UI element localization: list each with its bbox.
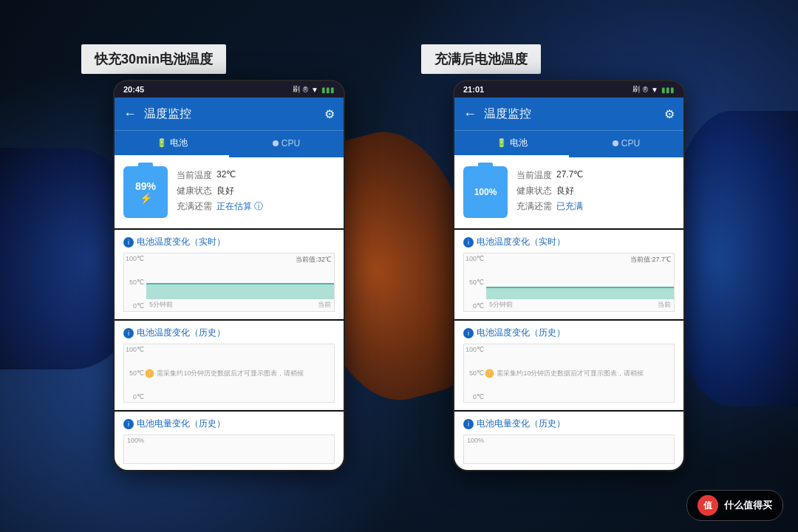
right-battery-info: 当前温度 27.7℃ 健康状态 良好 充满还需 已充满 xyxy=(516,169,675,216)
right-hist-y-0: 0℃ xyxy=(464,393,486,400)
left-tab-cpu[interactable]: CPU xyxy=(229,131,344,157)
left-remaining-label: 充满还需 xyxy=(177,200,212,213)
right-divider-1 xyxy=(454,227,683,228)
left-cpu-tab-dot xyxy=(273,140,279,146)
right-status-icons: 刷 ® ▼ ▮▮▮ xyxy=(632,84,675,95)
left-battery-bolt: ⚡ xyxy=(140,192,152,204)
right-tab-battery[interactable]: 🔋 电池 xyxy=(454,131,569,157)
left-hist-y-50: 50℃ xyxy=(124,369,146,377)
left-app-bar: ← 温度监控 ⚙ xyxy=(115,98,344,130)
left-electricity-icon: i xyxy=(123,419,134,429)
left-battery-temp-row: 当前温度 32℃ xyxy=(177,169,335,182)
left-history-chart-icon: i xyxy=(123,328,134,338)
left-battery-tab-label: 电池 xyxy=(170,137,188,149)
left-battery-health-row: 健康状态 良好 xyxy=(177,185,335,197)
right-back-button[interactable]: ← xyxy=(463,106,477,122)
right-health-label: 健康状态 xyxy=(516,185,552,197)
left-electricity-section: i 电池电量变化（历史） 100% xyxy=(115,412,344,470)
right-remaining-value: 已充满 xyxy=(556,200,583,213)
left-battery-remaining-row: 充满还需 正在估算 ⓘ xyxy=(177,200,335,213)
left-phone-frame: 20:45 刷 ® ▼ ▮▮▮ ← 温度监控 ⚙ 🔋 电池 xyxy=(115,81,344,470)
right-notice-icon: ! xyxy=(485,369,494,378)
right-gear-icon[interactable]: ⚙ xyxy=(664,107,675,121)
right-history-chart-icon: i xyxy=(463,328,474,338)
right-battery-visual: 100% xyxy=(463,166,508,218)
left-divider-2 xyxy=(115,318,344,319)
right-realtime-chart-label: 电池温度变化（实时） xyxy=(477,236,565,248)
right-electricity-icon: i xyxy=(463,419,474,429)
left-y-label-0: 0℃ xyxy=(124,302,146,310)
left-divider-1 xyxy=(115,227,344,228)
right-chart-data-area: 当前值:27.7℃ xyxy=(486,253,674,299)
right-chart-current-label: 当前值:27.7℃ xyxy=(630,255,671,265)
left-status-bar: 20:45 刷 ® ▼ ▮▮▮ xyxy=(115,81,344,98)
left-chart-bar xyxy=(146,283,334,299)
right-hist-y-100: 100℃ xyxy=(464,346,486,353)
right-chart-bar xyxy=(486,287,674,299)
left-realtime-chart-section: i 电池温度变化（实时） 100℃ 50℃ 0℃ 当前值:32℃ 5分钟前 xyxy=(115,230,344,318)
left-electricity-title: i 电池电量变化（历史） xyxy=(123,417,335,430)
right-battery-tab-label: 电池 xyxy=(510,137,528,149)
right-battery-health-row: 健康状态 良好 xyxy=(516,185,675,197)
left-temp-label: 当前温度 xyxy=(177,169,212,182)
left-hist-y-0: 0℃ xyxy=(124,393,146,400)
right-x-label-start: 5分钟前 xyxy=(489,300,513,310)
right-temp-label: 当前温度 xyxy=(516,169,552,182)
left-realtime-y-labels: 100℃ 50℃ 0℃ xyxy=(124,253,146,311)
left-phone-wrapper: 快充30min电池温度 20:45 刷 ® ▼ ▮▮▮ ← 温度监控 ⚙ xyxy=(74,44,384,470)
right-y-label-50: 50℃ xyxy=(464,279,486,286)
left-history-chart-area: 100℃ 50℃ 0℃ ! 需采集约10分钟历史数据后才可显示图表，请稍候 xyxy=(123,344,335,403)
left-health-label: 健康状态 xyxy=(177,185,212,197)
right-battery-card: 100% 当前温度 27.7℃ 健康状态 良好 充满还需 已充满 xyxy=(454,157,683,227)
right-divider-3 xyxy=(454,409,683,410)
left-realtime-chart-label: 电池温度变化（实时） xyxy=(137,236,225,248)
left-phone-label: 快充30min电池温度 xyxy=(81,44,226,74)
right-history-notice: ! 需采集约10分钟历史数据后才可显示图表，请稍候 xyxy=(485,369,652,378)
left-battery-card: 89% ⚡ 当前温度 32℃ 健康状态 良好 充满还需 正在估算 ⓘ xyxy=(115,157,344,227)
right-tab-cpu[interactable]: CPU xyxy=(569,131,683,157)
left-realtime-x-labels: 5分钟前 当前 xyxy=(146,299,334,311)
right-remaining-label: 充满还需 xyxy=(516,200,552,213)
left-realtime-chart-icon: i xyxy=(123,237,134,248)
right-y-label-100: 100℃ xyxy=(464,255,486,262)
right-app-title: 温度监控 xyxy=(484,106,657,122)
left-history-notice: ! 需采集约10分钟历史数据后才可显示图表，请稍候 xyxy=(145,369,313,378)
right-health-value: 良好 xyxy=(556,185,574,197)
right-battery-temp-row: 当前温度 27.7℃ xyxy=(516,169,675,182)
right-elec-y-labels: 100% xyxy=(464,435,486,463)
left-battery-tab-icon: 🔋 xyxy=(157,138,167,148)
left-remaining-value: 正在估算 ⓘ xyxy=(216,200,263,213)
right-realtime-y-labels: 100℃ 50℃ 0℃ xyxy=(464,253,486,311)
right-battery-remaining-row: 充满还需 已充满 xyxy=(516,200,675,213)
right-notice-text: 需采集约10分钟历史数据后才可显示图表，请稍候 xyxy=(497,369,644,378)
right-electricity-title: i 电池电量变化（历史） xyxy=(463,417,675,430)
left-cpu-tab-label: CPU xyxy=(282,138,300,149)
badge-label: 什么值得买 xyxy=(724,499,772,512)
left-chart-data-area: 当前值:32℃ xyxy=(146,253,334,299)
left-temp-value: 32℃ xyxy=(216,169,236,182)
left-electricity-label: 电池电量变化（历史） xyxy=(137,417,225,430)
right-electricity-chart-area: 100% xyxy=(463,434,675,464)
left-history-y-labels: 100℃ 50℃ 0℃ xyxy=(124,344,146,402)
left-health-value: 良好 xyxy=(216,185,234,197)
left-elec-y-100: 100% xyxy=(124,437,146,444)
badge-circle-text: 值 xyxy=(703,499,712,512)
right-history-chart-label: 电池温度变化（历史） xyxy=(477,327,565,339)
left-back-button[interactable]: ← xyxy=(123,106,137,122)
left-app-title: 温度监控 xyxy=(144,106,317,122)
left-y-label-50: 50℃ xyxy=(124,279,146,286)
left-history-chart-section: i 电池温度变化（历史） 100℃ 50℃ 0℃ ! 需采集约10分钟历史数据后… xyxy=(115,321,344,409)
left-tab-battery[interactable]: 🔋 电池 xyxy=(115,131,229,157)
right-divider-2 xyxy=(454,318,683,319)
phones-container: 快充30min电池温度 20:45 刷 ® ▼ ▮▮▮ ← 温度监控 ⚙ xyxy=(74,44,724,470)
right-history-chart-section: i 电池温度变化（历史） 100℃ 50℃ 0℃ ! 需采集约10分钟历史数据后… xyxy=(454,321,683,409)
left-notice-text: 需采集约10分钟历史数据后才可显示图表，请稍候 xyxy=(157,369,304,378)
right-history-chart-area: 100℃ 50℃ 0℃ ! 需采集约10分钟历史数据后才可显示图表，请稍候 xyxy=(463,344,675,403)
right-history-y-labels: 100℃ 50℃ 0℃ xyxy=(464,344,486,402)
left-status-time: 20:45 xyxy=(123,85,144,94)
right-battery-tab-icon: 🔋 xyxy=(497,138,507,148)
left-gear-icon[interactable]: ⚙ xyxy=(324,107,335,121)
left-battery-percentage: 89% xyxy=(135,180,156,192)
right-cpu-tab-dot xyxy=(613,140,618,146)
right-status-bar: 21:01 刷 ® ▼ ▮▮▮ xyxy=(454,81,683,98)
